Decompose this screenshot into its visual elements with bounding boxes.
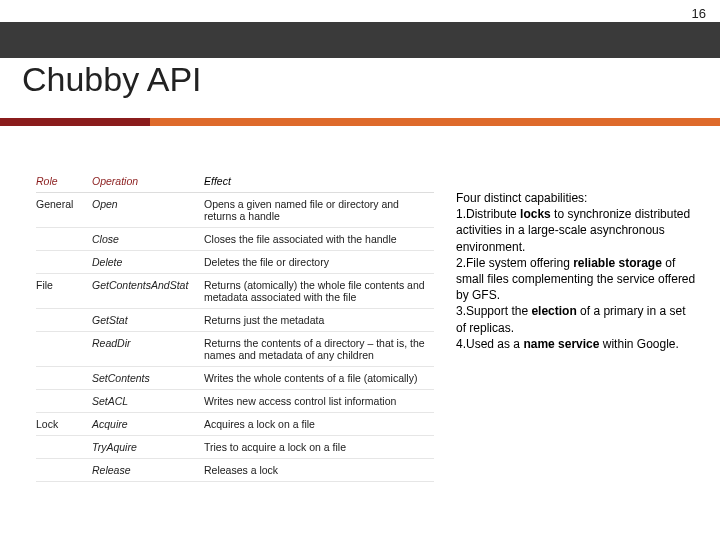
cell-role: File <box>36 274 92 309</box>
cell-operation: GetContentsAndStat <box>92 274 204 309</box>
slide: 16 Chubby API Role Operation Effect Gene… <box>0 0 720 540</box>
cap-number: 1. <box>456 207 466 221</box>
page-number: 16 <box>692 6 706 21</box>
accent-stripe-right <box>150 118 720 126</box>
header-dark-band <box>0 22 720 58</box>
cap-bold: name service <box>523 337 599 351</box>
capability-item: 3.Support the election of a primary in a… <box>456 303 698 335</box>
table-row: ReleaseReleases a lock <box>36 459 434 482</box>
page-title: Chubby API <box>22 60 202 99</box>
api-table: Role Operation Effect GeneralOpenOpens a… <box>36 170 434 482</box>
cell-role: Lock <box>36 413 92 436</box>
cell-role <box>36 390 92 413</box>
cap-bold: locks <box>520 207 551 221</box>
cap-pre: Used as a <box>466 337 523 351</box>
api-table-body: GeneralOpenOpens a given named file or d… <box>36 193 434 482</box>
table-row: ReadDirReturns the contents of a directo… <box>36 332 434 367</box>
cell-role <box>36 459 92 482</box>
cell-effect: Tries to acquire a lock on a file <box>204 436 434 459</box>
cap-bold: election <box>531 304 576 318</box>
cell-role <box>36 436 92 459</box>
cell-effect: Returns just the metadata <box>204 309 434 332</box>
cell-role <box>36 309 92 332</box>
cap-bold: reliable storage <box>573 256 662 270</box>
th-effect: Effect <box>204 170 434 193</box>
cell-effect: Writes the whole contents of a file (ato… <box>204 367 434 390</box>
table-header-row: Role Operation Effect <box>36 170 434 193</box>
capability-item: 1.Distribute locks to synchronize distri… <box>456 206 698 255</box>
cap-pre: Distribute <box>466 207 520 221</box>
cell-effect: Returns the contents of a directory – th… <box>204 332 434 367</box>
table-row: CloseCloses the file associated with the… <box>36 228 434 251</box>
cell-effect: Opens a given named file or directory an… <box>204 193 434 228</box>
capability-item: 4.Used as a name service within Google. <box>456 336 698 352</box>
cell-role <box>36 332 92 367</box>
cell-operation: Close <box>92 228 204 251</box>
cap-pre: File system offering <box>466 256 573 270</box>
table-row: SetACLWrites new access control list inf… <box>36 390 434 413</box>
cell-role <box>36 228 92 251</box>
cell-operation: Open <box>92 193 204 228</box>
capabilities-list: 1.Distribute locks to synchronize distri… <box>456 206 698 352</box>
table-row: DeleteDeletes the file or directory <box>36 251 434 274</box>
cell-effect: Closes the file associated with the hand… <box>204 228 434 251</box>
cell-effect: Returns (atomically) the whole file cont… <box>204 274 434 309</box>
capabilities-heading: Four distinct capabilities: <box>456 190 698 206</box>
cell-role <box>36 367 92 390</box>
cap-number: 2. <box>456 256 466 270</box>
cell-operation: SetACL <box>92 390 204 413</box>
cell-operation: Acquire <box>92 413 204 436</box>
accent-stripe <box>0 118 720 126</box>
table-row: SetContentsWrites the whole contents of … <box>36 367 434 390</box>
cell-operation: SetContents <box>92 367 204 390</box>
cell-effect: Writes new access control list informati… <box>204 390 434 413</box>
cap-post: within Google. <box>599 337 678 351</box>
th-operation: Operation <box>92 170 204 193</box>
table-row: GetStatReturns just the metadata <box>36 309 434 332</box>
cell-operation: GetStat <box>92 309 204 332</box>
table-row: TryAquireTries to acquire a lock on a fi… <box>36 436 434 459</box>
table-row: GeneralOpenOpens a given named file or d… <box>36 193 434 228</box>
cell-effect: Releases a lock <box>204 459 434 482</box>
accent-stripe-left <box>0 118 150 126</box>
cell-operation: Release <box>92 459 204 482</box>
capability-item: 2.File system offering reliable storage … <box>456 255 698 304</box>
cell-operation: TryAquire <box>92 436 204 459</box>
table-row: LockAcquireAcquires a lock on a file <box>36 413 434 436</box>
cap-number: 4. <box>456 337 466 351</box>
cell-operation: ReadDir <box>92 332 204 367</box>
th-role: Role <box>36 170 92 193</box>
cell-effect: Deletes the file or directory <box>204 251 434 274</box>
table-row: FileGetContentsAndStatReturns (atomicall… <box>36 274 434 309</box>
cap-pre: Support the <box>466 304 531 318</box>
cell-operation: Delete <box>92 251 204 274</box>
cell-role <box>36 251 92 274</box>
capabilities-block: Four distinct capabilities: 1.Distribute… <box>456 190 698 352</box>
cap-number: 3. <box>456 304 466 318</box>
cell-role: General <box>36 193 92 228</box>
cell-effect: Acquires a lock on a file <box>204 413 434 436</box>
